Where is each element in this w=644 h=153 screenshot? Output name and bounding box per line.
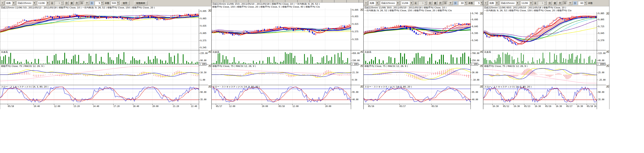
y-tick-label: 9,645 [597,32,604,34]
period-button-日[interactable]: 日 [64,1,69,5]
contract-combo[interactable]: 11/06▼ [401,1,414,5]
collapse-section-button[interactable]: ▼ [606,50,609,53]
market-combo[interactable]: 先物▼ [488,1,499,5]
collapse-section-button[interactable]: ▼ [360,85,363,88]
minute-spinner[interactable]: 60⇅ [578,1,587,5]
ashi-count-spinner[interactable]: 1⇅ [538,1,547,5]
minute-spinner-spinner-icon[interactable]: ⇅ [464,1,467,5]
combo-stub-arrow-icon[interactable]: ▼ [0,1,4,5]
volume-section-label: 出来高 [1,50,8,54]
bars-spinner-value: 5 [474,2,480,4]
x-tick-mark [54,104,54,105]
bars-spinner-spinner-icon[interactable]: ⇅ [480,1,483,5]
period-button-分[interactable]: 分 [563,1,567,5]
period-button-分[interactable]: 分 [443,1,448,5]
market-combo-arrow-icon: ▼ [495,1,499,5]
bars-spinner[interactable]: 500⇅ [111,1,120,5]
ashi-count-spinner-spinner-icon[interactable]: ⇅ [60,1,64,5]
ashi-count-spinner[interactable]: 1⇅ [418,1,427,5]
x-tick-label: 05/12 [503,105,509,108]
period-button-月[interactable]: 月 [558,1,562,5]
symbol-combo-value: 日経225mini [501,2,516,5]
collapse-section-button[interactable]: ▼ [208,50,211,53]
y-tick-label: 40.00 [471,98,478,100]
collapse-section-button[interactable]: ▼ [480,64,483,67]
symbol-combo[interactable]: 日経225mini▼ [500,1,520,5]
collapse-section-button[interactable]: ▼ [480,50,483,53]
collapse-section-button[interactable]: ▼ [208,85,211,88]
y-tick-value: 35.00 [200,98,206,101]
price-section: 9,6959,6559,6159,5759,535▼ [212,8,363,50]
period-button-分[interactable]: 分 [80,1,84,5]
contract-combo-arrow-icon: ▼ [410,1,413,5]
symbol-combo[interactable]: 日経225mini▼ [380,1,400,5]
contract-combo[interactable]: 11/06▼ [37,1,50,5]
stoch-section: スロー・ストキャスティクス( 14, 3, 80, 20 )95.0040.00… [364,85,483,104]
bars-spinner[interactable]: 5⇅ [474,1,483,5]
collapse-section-button[interactable]: ▼ [606,85,609,88]
market-combo[interactable]: 先物▼ [369,1,379,5]
x-axis-corner [199,104,211,109]
collapse-section-button[interactable]: ▼ [208,9,211,12]
market-combo[interactable]: 先物▼ [5,1,16,5]
stoch-plot-area: スロー・ストキャスティクス( 14, 3, 80, 20 ) [0,85,199,104]
market-combo-value: 先物 [370,2,376,5]
y-tick-value: 35.00 [598,98,604,101]
collapse-section-button[interactable]: ▼ [606,64,609,67]
x-axis-section: 05/1810:4012:0013:2014:4017:2018:4020:00… [0,104,211,109]
apply-button[interactable]: 適用 [120,1,130,5]
collapse-section-button[interactable]: ▼ [208,64,211,67]
collapse-section-button[interactable]: ▼ [480,85,483,88]
contract-combo[interactable]: 11/06▼ [520,1,533,5]
minute-spinner-spinner-icon[interactable]: ⇅ [101,1,104,5]
bars-spinner-spinner-icon[interactable]: ⇅ [116,1,120,5]
collapse-section-button[interactable]: ▼ [480,12,483,14]
period-button-日[interactable]: 日 [548,1,552,5]
market-combo-arrow-icon: ▼ [376,1,379,5]
period-button-週[interactable]: 週 [70,1,74,5]
collapse-section-button[interactable]: ▼ [606,12,609,14]
bars-label: 本数 [588,2,593,5]
macd-axis: 16.501.00▼× 100 [199,64,211,85]
symbol-combo-value: 日経225mini [18,2,32,5]
symbol-combo[interactable]: 日経225mini▼ [16,1,36,5]
x-tick-label: 05/18 [432,105,438,108]
x-axis-section: 16:3005/1216:3005/1316:3005/1616:3005/17… [484,104,609,109]
period-button-T[interactable]: T [85,1,89,5]
multi-symbol-button[interactable]: 複数銘柄 [134,1,148,5]
collapse-section-button[interactable]: ▼ [360,50,363,53]
x-tick-mark [577,104,577,105]
x-tick-label: 16:30 [492,105,498,108]
minute-spinner[interactable]: 30⇅ [458,1,467,5]
x-axis-area: 05/1810:4012:0013:2014:4017:2018:4020:00… [0,104,199,109]
y-tick-value: 90.00 [200,59,206,62]
period-button-週[interactable]: 週 [433,1,438,5]
collapse-section-button[interactable]: ▼ [360,64,363,67]
ashi-count-spinner-spinner-icon[interactable]: ⇅ [424,1,427,5]
ashi-count-spinner-spinner-icon[interactable]: ⇅ [544,1,546,5]
bars-label: 本数 [104,2,110,5]
combo-stub-arrow-icon[interactable]: ▼ [484,1,488,5]
period-button-T[interactable]: T [448,1,453,5]
x-tick-label: 21:20 [173,105,179,108]
x-tick-label: 20:00 [325,105,331,108]
y-tick-label: 90.00 [597,91,604,93]
y-tick-value: 9,745 [472,12,478,14]
macd-section-label: 移動平均( Close, 75 ) MACD( 12, 26, 9 ) [212,65,256,68]
period-button-T[interactable]: T [568,1,572,5]
x-tick-label: 05/18 [587,105,593,108]
chart-header-line: 日経225mini 11/06( 30分, 2011/05/10 - 2011/… [364,6,483,9]
x-tick-label: 16:30 [556,105,562,108]
panel-toolbar: ▼先物▼日経225mini▼11/06▼足1⇅日週月分T分60⇅本数 [484,0,609,6]
ashi-count-spinner[interactable]: 1⇅ [54,1,64,5]
y-tick-label: 30.00 [471,72,478,74]
period-button-週[interactable]: 週 [553,1,557,5]
period-button-月[interactable]: 月 [438,1,442,5]
collapse-section-button[interactable]: ▼ [360,8,363,11]
y-tick-value: -10.00 [472,79,479,81]
minute-spinner[interactable]: 5⇅ [95,1,104,5]
period-button-月[interactable]: 月 [75,1,79,5]
minute-spinner-spinner-icon[interactable]: ⇅ [584,1,587,5]
period-button-日[interactable]: 日 [428,1,432,5]
combo-stub-arrow-icon[interactable]: ▼ [364,1,368,5]
